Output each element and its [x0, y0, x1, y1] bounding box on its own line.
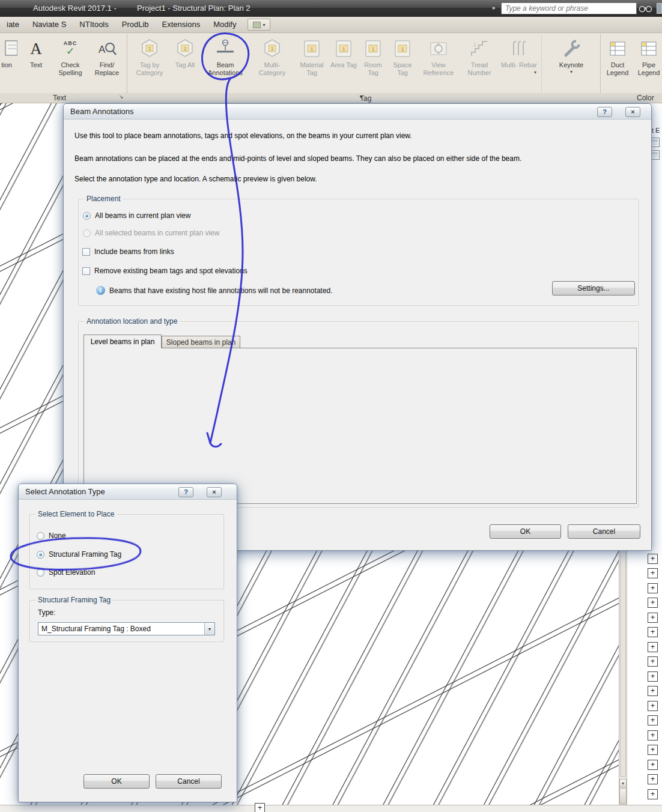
ribbon-button-beam-annotations[interactable]: Beam Annotations	[202, 35, 249, 92]
pipe-legend-icon	[638, 38, 660, 59]
ribbon-button-multi-category[interactable]: Multi- Category	[251, 35, 294, 92]
radio-icon	[37, 532, 44, 540]
menu-tab-naviate[interactable]: iate	[0, 17, 26, 32]
clipped-button-icon	[0, 38, 17, 59]
radio-icon	[83, 229, 91, 237]
ribbon-button-room-tag[interactable]: Room Tag	[359, 35, 387, 92]
horizontal-scrollbar[interactable]	[0, 805, 662, 812]
checkbox-remove-existing[interactable]: Remove existing beam tags and spot eleva…	[82, 267, 247, 275]
panel-label-text[interactable]: Text	[0, 94, 119, 102]
plus-marker-icon	[648, 701, 658, 711]
title-bar: Autodesk Revit 2017.1 - Project1 - Struc…	[0, 0, 662, 17]
cancel-button[interactable]: Cancel	[156, 774, 222, 789]
ribbon-button-tread-number[interactable]: Tread Number	[460, 35, 499, 92]
find-replace-icon	[96, 38, 118, 59]
checkbox-include-links[interactable]: Include beams from links	[82, 247, 174, 256]
ribbon-button-area-tag[interactable]: Area Tag	[330, 35, 357, 92]
plus-marker-icon	[648, 760, 658, 770]
ok-button[interactable]: OK	[84, 774, 150, 789]
ribbon-button-check-spelling[interactable]: ABC✓ Check Spelling	[53, 35, 88, 92]
check-spelling-icon: ABC✓	[59, 38, 81, 59]
type-dropdown[interactable]: M_Structural Framing Tag : Boxed ▼	[38, 622, 215, 635]
menu-tab-ntitools[interactable]: NTItools	[73, 17, 115, 32]
type-dropdown-value: M_Structural Framing Tag : Boxed	[38, 625, 154, 633]
menu-tab-extensions[interactable]: Extensions	[156, 17, 207, 32]
plus-marker-icon	[648, 613, 658, 623]
cancel-button[interactable]: Cancel	[568, 524, 640, 539]
help-button[interactable]: ?	[178, 487, 193, 497]
dialog-title: Beam Annotations	[70, 107, 134, 116]
ribbon-button-material-tag[interactable]: Material Tag	[295, 35, 329, 92]
ribbon-button-tag-all[interactable]: Tag All	[170, 35, 200, 92]
radio-icon	[37, 551, 44, 559]
ribbon-button-multi-rebar[interactable]: Multi- Rebar ▾	[500, 35, 538, 92]
panel-label-color[interactable]: Color	[637, 94, 662, 102]
close-button[interactable]: ×	[625, 107, 640, 117]
checkbox-icon	[82, 248, 90, 256]
clipped-titlebar-icon[interactable]	[657, 3, 662, 14]
menu-tab-modify[interactable]: Modify	[207, 17, 243, 32]
plus-marker-icon	[648, 583, 658, 593]
menu-tab-prodlib[interactable]: ProdLib	[115, 17, 156, 32]
view-control-button[interactable]	[619, 788, 627, 804]
ribbon-display-thumbnail-icon	[253, 22, 261, 28]
tab-sloped-beams[interactable]: Sloped beams in plan	[162, 336, 240, 348]
info-note: i Beams that have existing host file ann…	[96, 286, 333, 295]
dropdown-arrow-icon: ▼	[204, 623, 214, 635]
ribbon-button-find-replace[interactable]: Find/ Replace	[89, 35, 125, 92]
checkbox-icon	[82, 267, 90, 275]
ribbon-button-space-tag[interactable]: Space Tag	[388, 35, 417, 92]
search-input[interactable]	[501, 2, 637, 14]
plus-marker-icon	[648, 642, 658, 652]
framing-tag-group-label: Structural Framing Tag	[35, 596, 113, 604]
chevron-down-icon: ▾	[570, 69, 572, 74]
radio-none[interactable]: None	[37, 532, 66, 540]
radio-selected-beams[interactable]: All selected beams in current plan view	[83, 229, 219, 237]
binoculars-search-icon[interactable]	[639, 4, 653, 13]
text-icon: A	[25, 38, 47, 59]
help-button[interactable]: ?	[597, 107, 612, 117]
settings-button[interactable]: Settings...	[552, 281, 635, 295]
plus-marker-icon	[648, 774, 658, 784]
document-title: Project1 - Structural Plan: Plan 2	[137, 4, 251, 13]
panel-separator	[541, 35, 542, 92]
ok-button[interactable]: OK	[490, 524, 561, 539]
plus-marker-icon	[648, 745, 658, 755]
plus-marker-icon	[648, 656, 658, 667]
ribbon-button-text[interactable]: A Text	[20, 35, 52, 92]
tab-level-beams[interactable]: Level beams in plan	[84, 335, 162, 348]
ribbon-button-view-reference[interactable]: View Reference	[418, 35, 459, 92]
scroll-down-button[interactable]: ▼	[619, 779, 627, 787]
ribbon-button-tag-by-category[interactable]: Tag by Category	[130, 35, 169, 92]
tab-panel	[84, 348, 637, 504]
ribbon: tion A Text ABC✓ Check Spelling Find/ Re…	[0, 33, 662, 93]
plus-marker-icon	[255, 803, 265, 812]
dialog-title: Select Annotation Type	[25, 487, 105, 496]
plus-marker-icon	[648, 789, 658, 799]
area-tag-icon	[333, 38, 354, 59]
plus-marker-icon	[648, 671, 658, 682]
ribbon-panel-labels: Text ↘ Tag ▾ Color	[0, 93, 662, 103]
panel-launcher-icon[interactable]: ↘	[119, 94, 124, 100]
dialog-title-bar[interactable]: Beam Annotations	[64, 104, 651, 120]
ribbon-display-toggle-button[interactable]: ▾	[247, 19, 270, 31]
plus-marker-icon	[648, 568, 658, 578]
ribbon-button-clipped[interactable]: tion	[0, 35, 18, 92]
ribbon-button-duct-legend[interactable]: Duct Legend	[602, 35, 633, 92]
dialog-title-bar[interactable]: Select Annotation Type	[19, 484, 237, 500]
close-button[interactable]: ×	[207, 487, 222, 497]
framing-tag-group	[29, 600, 224, 642]
chevron-down-icon: ▾	[534, 70, 536, 75]
beam-annotations-icon	[214, 38, 236, 59]
radio-structural-framing-tag[interactable]: Structural Framing Tag	[37, 550, 121, 559]
plus-marker-icon	[648, 627, 658, 637]
ribbon-button-pipe-legend[interactable]: Pipe Legend	[634, 35, 662, 92]
multi-category-icon	[261, 38, 283, 59]
radio-spot-elevation[interactable]: Spot Elevation	[37, 568, 95, 577]
radio-all-beams[interactable]: All beams in current plan view	[83, 211, 190, 220]
search-collapse-icon[interactable]: ▸	[493, 4, 496, 11]
duct-legend-icon	[607, 38, 628, 59]
tag-by-category-icon	[139, 38, 160, 59]
menu-tab-naviate-s[interactable]: Naviate S	[26, 17, 73, 32]
ribbon-button-keynote[interactable]: Keynote ▾	[544, 35, 598, 92]
